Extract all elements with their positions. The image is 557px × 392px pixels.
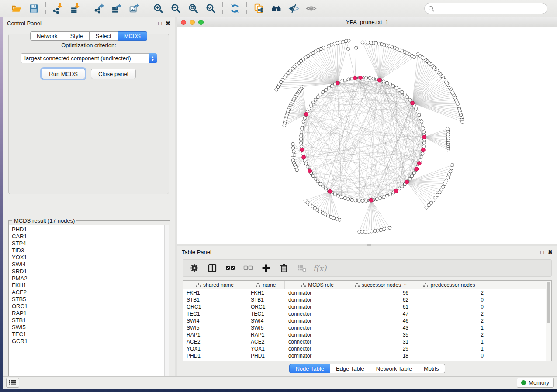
result-list-scrollbar[interactable]: [164, 225, 169, 382]
tab-network-table[interactable]: Network Table: [370, 364, 418, 373]
mcds-result-group: MCDS result (17 nodes) PHD1CAR1STP4TID3Y…: [8, 220, 170, 383]
table-row[interactable]: FKH1FKH1dominator962: [183, 289, 546, 296]
table-scrollbar[interactable]: [546, 281, 551, 361]
zoom-selected-icon[interactable]: [205, 3, 216, 14]
open-file-icon[interactable]: [10, 3, 22, 14]
result-list-item[interactable]: STB5: [12, 296, 164, 303]
result-list-item[interactable]: FKH1: [12, 282, 164, 289]
table-toolbar: f(x): [183, 259, 552, 277]
add-column-icon[interactable]: [261, 263, 271, 273]
result-list-item[interactable]: TID3: [12, 247, 164, 254]
network-view[interactable]: [177, 27, 557, 243]
table-row[interactable]: STB1STB1dominator620: [183, 296, 546, 303]
tab-select[interactable]: Select: [90, 31, 118, 41]
column-header-successor-nodes[interactable]: successor nodes⌄: [350, 281, 412, 289]
table-row[interactable]: ACE2ACE2connector311: [183, 338, 546, 345]
zoom-out-icon[interactable]: [170, 3, 181, 14]
close-table-panel-icon[interactable]: ✖: [548, 249, 553, 255]
memory-button[interactable]: Memory: [517, 378, 554, 388]
tab-node-table[interactable]: Node Table: [289, 364, 330, 373]
close-panel-icon[interactable]: ✖: [166, 21, 170, 26]
import-table-icon[interactable]: [69, 3, 81, 14]
result-list-item[interactable]: PHD1: [12, 226, 164, 233]
network-search-icon[interactable]: [270, 3, 282, 14]
memory-label: Memory: [529, 379, 549, 386]
network-window-titlebar[interactable]: YPA_prune.txt_1: [177, 17, 557, 27]
column-header-predecessor-nodes[interactable]: predecessor nodes: [412, 281, 487, 289]
gear-icon[interactable]: [189, 263, 200, 273]
result-list-item[interactable]: ACE2: [12, 289, 164, 296]
result-list-item[interactable]: SRD1: [12, 268, 164, 275]
mcds-result-list[interactable]: PHD1CAR1STP4TID3YOX1SWI4SRD1PMA2FKH1ACE2…: [9, 225, 169, 382]
network-graph[interactable]: [177, 27, 557, 243]
import-network-icon[interactable]: [52, 3, 63, 14]
result-list-item[interactable]: YOX1: [12, 254, 164, 261]
tab-network[interactable]: Network: [30, 31, 64, 41]
hide-graphics-icon[interactable]: [288, 3, 299, 14]
save-session-icon[interactable]: [28, 3, 39, 14]
search-icon: [428, 6, 434, 12]
search-input[interactable]: [436, 5, 543, 12]
table-row[interactable]: PHD1PHD1dominator180: [183, 352, 546, 359]
task-history-button[interactable]: [6, 378, 19, 388]
result-list-item[interactable]: SWI4: [12, 261, 164, 268]
mcds-panel: Optimization criterion: largest connecte…: [8, 34, 169, 194]
tab-motifs[interactable]: Motifs: [418, 364, 445, 373]
delete-table-icon: [297, 263, 307, 273]
result-list-item[interactable]: STB1: [12, 317, 164, 324]
table-row[interactable]: TEC1TEC1connector472: [183, 310, 546, 317]
tab-mcds[interactable]: MCDS: [118, 31, 147, 41]
function-icon: f(x): [315, 263, 325, 273]
result-list-item[interactable]: GCR1: [12, 338, 164, 345]
share-document-icon[interactable]: [253, 3, 264, 14]
delete-column-icon[interactable]: [279, 263, 289, 273]
table-row[interactable]: ORC1ORC1dominator610: [183, 303, 546, 310]
zoom-fit-icon[interactable]: [187, 3, 199, 14]
mcds-result-title: MCDS result (17 nodes): [12, 217, 76, 224]
table-tabs: Node TableEdge TableNetwork TableMotifs: [177, 364, 557, 373]
float-table-panel-icon[interactable]: □: [540, 249, 544, 255]
float-panel-icon[interactable]: □: [158, 21, 162, 26]
sort-desc-icon: ⌄: [403, 281, 407, 287]
column-header-shared-name[interactable]: shared name: [183, 281, 247, 289]
control-panel-title: Control Panel: [7, 20, 42, 27]
table-scrollbar-thumb[interactable]: [547, 282, 550, 323]
splitter-grip: [367, 244, 371, 246]
result-list-item[interactable]: PMA2: [12, 275, 164, 282]
criterion-value: largest connected component (undirected): [21, 55, 149, 62]
run-mcds-button[interactable]: Run MCDS: [42, 69, 85, 79]
control-panel: Control Panel □ ✖ NetworkStyleSelectMCDS…: [3, 17, 175, 376]
deselect-all-icon[interactable]: [243, 263, 253, 273]
table-row[interactable]: SWI5SWI5connector431: [183, 324, 546, 331]
result-list-item[interactable]: CAR1: [12, 233, 164, 240]
result-list-item[interactable]: SWI5: [12, 324, 164, 331]
table-row[interactable]: YOX1YOX1connector291: [183, 345, 546, 352]
table-panel: Table Panel □ ✖ f(x) shared namenameMCDS…: [177, 246, 557, 376]
criterion-dropdown[interactable]: largest connected component (undirected)…: [21, 53, 157, 63]
refresh-layout-icon[interactable]: [229, 3, 240, 14]
result-list-item[interactable]: TEC1: [12, 331, 164, 338]
memory-status-icon: [521, 380, 526, 385]
table-row[interactable]: RAP1RAP1dominator352: [183, 331, 546, 338]
close-panel-button[interactable]: Close panel: [91, 69, 136, 79]
zoom-in-icon[interactable]: [152, 3, 164, 14]
tab-style[interactable]: Style: [64, 31, 90, 41]
export-table-icon[interactable]: [111, 3, 122, 14]
show-graphics-icon[interactable]: [305, 3, 317, 14]
search-box[interactable]: [424, 3, 547, 14]
column-header-name[interactable]: name: [247, 281, 285, 289]
export-image-icon[interactable]: [128, 3, 140, 14]
main-area: Control Panel □ ✖ NetworkStyleSelectMCDS…: [3, 17, 557, 389]
result-list-item[interactable]: ORC1: [12, 303, 164, 310]
result-list-item[interactable]: RAP1: [12, 310, 164, 317]
criterion-label: Optimization criterion:: [9, 42, 169, 48]
select-all-icon[interactable]: [225, 263, 235, 273]
columns-icon[interactable]: [207, 263, 218, 273]
network-window: YPA_prune.txt_1: [177, 17, 557, 244]
export-network-icon[interactable]: [93, 3, 105, 14]
table-row[interactable]: SWI4SWI4dominator462: [183, 317, 546, 324]
result-list-item[interactable]: STP4: [12, 240, 164, 247]
column-header-MCDS-role[interactable]: MCDS role: [285, 281, 350, 289]
task-list-icon: [9, 380, 16, 386]
tab-edge-table[interactable]: Edge Table: [330, 364, 370, 373]
